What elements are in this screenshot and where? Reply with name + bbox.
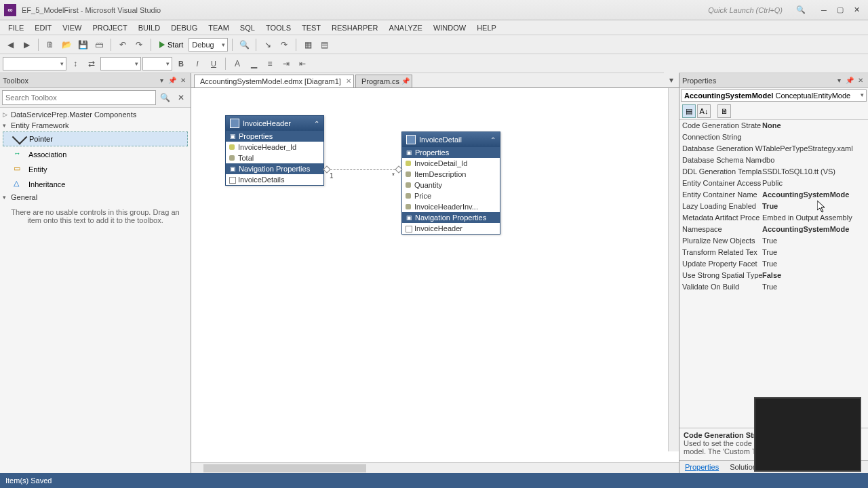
property-row[interactable]: DDL Generation TemplaSSDLToSQL10.tt (VS) <box>679 166 868 178</box>
property-value[interactable]: None <box>762 121 865 131</box>
indent-button[interactable]: ⇥ <box>279 56 294 71</box>
tab-program[interactable]: Program.cs📌 <box>355 75 412 87</box>
font-family-combo[interactable] <box>3 57 66 70</box>
property-row[interactable]: Lazy Loading EnabledTrue <box>679 201 868 212</box>
property-row[interactable]: Entity Container AccessPublic <box>679 178 868 189</box>
toolbox-pin-icon[interactable]: 📌 <box>167 76 177 85</box>
maximize-button[interactable]: ▢ <box>833 4 848 16</box>
toolbox-search-input[interactable] <box>2 90 156 105</box>
association-line[interactable] <box>327 169 399 170</box>
alphabetical-button[interactable]: A↓ <box>697 104 711 118</box>
prop-total[interactable]: Total <box>226 152 323 163</box>
toolbox-item-association[interactable]: Association <box>0 147 191 162</box>
menu-build[interactable]: BUILD <box>133 22 165 33</box>
property-row[interactable]: Code Generation StrateNone <box>679 120 868 131</box>
close-button[interactable]: ✕ <box>849 4 864 16</box>
toolbox-group-general[interactable]: ▾General <box>0 192 191 203</box>
property-row[interactable]: Connection String <box>679 131 868 143</box>
tab-overflow-icon[interactable]: ▾ <box>664 73 679 87</box>
btn-t2[interactable]: ⇄ <box>84 56 99 71</box>
nav-invoiceheader[interactable]: InvoiceHeader <box>402 223 500 234</box>
property-value[interactable]: AccountingSystemMode <box>762 190 865 200</box>
menu-edit[interactable]: EDIT <box>29 22 57 33</box>
menu-tools[interactable]: TOOLS <box>260 22 296 33</box>
new-project-button[interactable]: 🗎 <box>43 37 58 52</box>
property-value[interactable]: True <box>762 236 865 246</box>
props-pin-icon[interactable]: 📌 <box>845 76 854 85</box>
font-color-button[interactable]: A <box>230 56 245 71</box>
categorized-button[interactable]: ▤ <box>682 104 696 118</box>
collapse-icon[interactable]: ⌃ <box>490 136 496 144</box>
object-selector[interactable]: AccountingSystemModel ConceptualEntityMo… <box>681 89 867 102</box>
outdent-button[interactable]: ⇤ <box>295 56 310 71</box>
quick-launch[interactable]: Quick Launch (Ctrl+Q) <box>708 6 783 14</box>
property-value[interactable]: SSDLToSQL10.tt (VS) <box>762 167 865 177</box>
redo-button[interactable]: ↷ <box>132 37 146 52</box>
toolbox-item-inheritance[interactable]: Inheritance <box>0 177 191 192</box>
property-value[interactable]: True <box>762 282 865 292</box>
toolbox-item-pointer[interactable]: Pointer <box>3 131 188 146</box>
menu-help[interactable]: HELP <box>471 22 502 33</box>
collapse-icon[interactable]: ⌃ <box>314 120 319 127</box>
property-row[interactable]: Transform Related TexTrue <box>679 247 868 258</box>
toolbox-dropdown-icon[interactable]: ▾ <box>157 76 166 85</box>
toolbox-close-icon[interactable]: ✕ <box>178 76 188 85</box>
menu-sql[interactable]: SQL <box>235 22 260 33</box>
property-row[interactable]: Update Property FacetTrue <box>679 258 868 270</box>
hscroll-thumb[interactable] <box>203 464 366 472</box>
toolbox-group-dsp[interactable]: ▷DataServicePrep.Master Components <box>0 109 191 120</box>
extensions-button[interactable]: ▤ <box>317 37 332 52</box>
prop-quantity[interactable]: Quantity <box>402 180 500 190</box>
property-value[interactable]: AccountingSystemMode <box>762 224 865 235</box>
menu-test[interactable]: TEST <box>296 22 326 33</box>
prop-price[interactable]: Price <box>402 190 500 201</box>
toolbox-item-entity[interactable]: Entity <box>0 162 191 177</box>
property-value[interactable]: TablePerTypeStrategy.xaml <box>762 144 865 154</box>
property-value[interactable]: False <box>762 270 865 281</box>
property-row[interactable]: Database Schema Namedbo <box>679 155 868 166</box>
property-row[interactable]: Use Strong Spatial TypeFalse <box>679 270 868 281</box>
step-into-button[interactable]: ↘ <box>260 37 275 52</box>
property-value[interactable]: True <box>762 201 865 211</box>
designer-canvas[interactable]: InvoiceHeader⌃ ▣Properties InvoiceHeader… <box>191 88 679 462</box>
menu-view[interactable]: VIEW <box>57 22 87 33</box>
canvas-vscroll[interactable] <box>668 88 679 451</box>
entity-invoicedetail[interactable]: InvoiceDetail⌃ ▣Properties InvoiceDetail… <box>401 131 500 235</box>
zoom-combo[interactable] <box>100 57 141 70</box>
menu-project[interactable]: PROJECT <box>87 22 132 33</box>
menu-window[interactable]: WINDOW <box>428 22 471 33</box>
start-debug-button[interactable]: Start <box>155 37 187 52</box>
align-button[interactable]: ≡ <box>262 56 277 71</box>
italic-button[interactable]: I <box>190 56 205 71</box>
props-close-icon[interactable]: ✕ <box>856 76 865 85</box>
property-pages-button[interactable]: 🗎 <box>717 104 731 118</box>
menu-file[interactable]: FILE <box>3 22 29 33</box>
bold-button[interactable]: B <box>174 56 189 71</box>
underline-button[interactable]: U <box>206 56 221 71</box>
property-row[interactable]: Validate On BuildTrue <box>679 281 868 293</box>
size-combo[interactable] <box>142 57 172 70</box>
search-icon[interactable]: 🔍 <box>796 5 806 14</box>
nav-back-button[interactable]: ◀ <box>3 37 18 52</box>
property-value[interactable]: Embed in Output Assembly <box>762 213 865 223</box>
property-value[interactable]: True <box>762 247 865 258</box>
open-button[interactable]: 📂 <box>59 37 74 52</box>
nav-fwd-button[interactable]: ▶ <box>19 37 34 52</box>
entity-invoiceheader[interactable]: InvoiceHeader⌃ ▣Properties InvoiceHeader… <box>225 115 324 186</box>
menu-team[interactable]: TEAM <box>203 22 235 33</box>
btn-t1[interactable]: ↕ <box>68 56 83 71</box>
highlight-button[interactable]: ▁ <box>246 56 261 71</box>
menu-debug[interactable]: DEBUG <box>165 22 203 33</box>
property-row[interactable]: Pluralize New ObjectsTrue <box>679 235 868 247</box>
property-row[interactable]: NamespaceAccountingSystemMode <box>679 224 868 235</box>
undo-button[interactable]: ↶ <box>115 37 130 52</box>
prop-itemdescription[interactable]: ItemDescription <box>402 169 500 180</box>
property-value[interactable]: dbo <box>762 155 865 165</box>
solution-platforms-button[interactable]: ▦ <box>300 37 315 52</box>
menu-analyze[interactable]: ANALYZE <box>384 22 428 33</box>
property-value[interactable]: Public <box>762 178 865 188</box>
props-dropdown-icon[interactable]: ▾ <box>834 76 844 85</box>
clear-search-icon[interactable]: ✕ <box>174 90 189 105</box>
bottom-tab-properties[interactable]: Properties <box>679 461 724 473</box>
search-icon[interactable]: 🔍 <box>157 90 172 105</box>
